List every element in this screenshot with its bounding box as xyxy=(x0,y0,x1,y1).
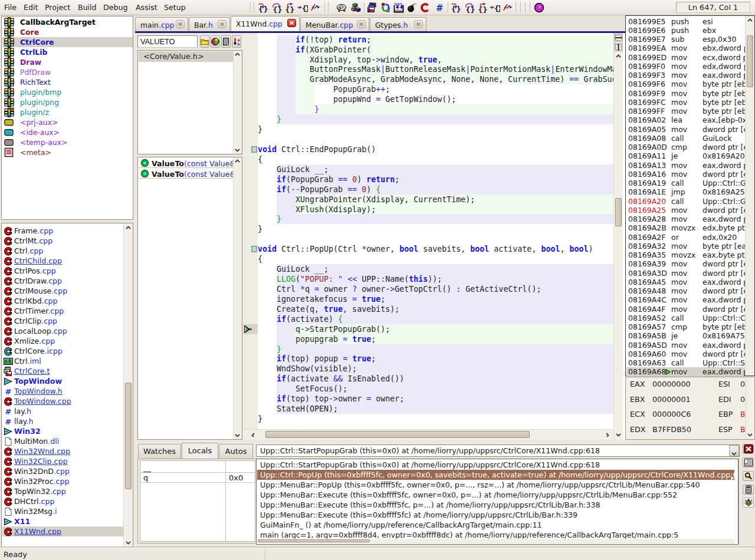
package-item-plugin-bmp[interactable]: plugin/bmp xyxy=(2,87,133,97)
scroll-down-arrow[interactable] xyxy=(124,539,133,546)
file-item-Win32DnD-cpp[interactable]: Win32DnD.cpp xyxy=(2,466,124,476)
file-item-CtrlTimer-cpp[interactable]: CtrlTimer.cpp xyxy=(2,306,124,316)
file-item-CtrlDraw-cpp[interactable]: CtrlDraw.cpp xyxy=(2,276,124,286)
disasm-row[interactable]: 081699FCmovbyte ptr [eb xyxy=(626,98,745,107)
run-to-icon[interactable]: {} xyxy=(490,2,500,13)
step-over-icon[interactable]: {} xyxy=(464,2,475,13)
scroll-up-arrow[interactable] xyxy=(614,52,623,60)
scroll-up-arrow[interactable] xyxy=(746,17,754,24)
bomb-icon[interactable] xyxy=(406,2,417,13)
scroll-thumb[interactable] xyxy=(747,35,753,87)
disasm-row[interactable]: 08169A16movdword ptr [e xyxy=(626,170,745,179)
scroll-right-arrow[interactable] xyxy=(603,431,612,439)
scroll-thumb[interactable] xyxy=(615,198,622,226)
assist-file-scrollbar[interactable] xyxy=(233,51,242,154)
scroll-up-arrow[interactable] xyxy=(233,51,242,58)
scroll-down-arrow[interactable] xyxy=(233,431,242,439)
package-item-RichText[interactable]: RichText xyxy=(2,77,133,87)
disasm-row[interactable]: 08169A39movdword ptr [e xyxy=(626,259,745,268)
scroll-thumb[interactable] xyxy=(258,539,370,542)
disasm-row[interactable]: 08169A57cmpbyte ptr [eb xyxy=(626,322,745,331)
disasm-row[interactable]: 08169A02leaeax,[ebp-0x xyxy=(626,116,745,124)
menu-build[interactable]: Build xyxy=(78,2,96,13)
file-item-Win32Msg-i[interactable]: Win32Msg.i xyxy=(2,506,124,516)
editor-vscrollbar[interactable] xyxy=(613,33,623,440)
disasm-row[interactable]: 08169A35movzxeax,byte ptr xyxy=(626,251,745,259)
tab-X11Wnd-cpp[interactable]: X11Wnd.cpp xyxy=(231,16,300,31)
tab-close-button[interactable] xyxy=(176,20,185,28)
disasm-row[interactable]: 08169A4Cmoveax,dword p xyxy=(626,295,745,304)
disasm-row[interactable]: 08169A1Ejmp0x8169A25 xyxy=(626,187,745,196)
file-item-Frame-cpp[interactable]: Frame.cpp xyxy=(2,226,124,236)
file-item-CtrlCore-t[interactable]: CtrlCore.t xyxy=(2,366,124,376)
step-out-icon[interactable]: {} xyxy=(284,2,295,13)
scroll-down-arrow[interactable] xyxy=(233,146,242,154)
folder-button[interactable] xyxy=(200,35,209,48)
file-item-DHCtrl-cpp[interactable]: DHCtrl.cpp xyxy=(2,496,124,506)
scroll-up-arrow[interactable] xyxy=(233,157,242,165)
stack-frame-item[interactable]: Upp::MenuBar::PopUp (this=0xbffff5fc, ow… xyxy=(257,480,736,490)
file-item-TopWindow-h[interactable]: #TopWindow.h xyxy=(2,386,124,396)
search-mag-button[interactable] xyxy=(743,471,754,481)
disasm-row[interactable]: 081699E6pushebx xyxy=(626,26,745,35)
package-item-CtrlLib[interactable]: CtrlLib xyxy=(2,47,133,57)
file-item-CtrlClip-cpp[interactable]: CtrlClip.cpp xyxy=(2,316,124,326)
stack-frame-item[interactable]: GuiMainFn_ () at /home/liorry/upp/refere… xyxy=(257,520,736,530)
split-vertical-button[interactable] xyxy=(614,43,623,51)
debugger-tab-locals[interactable]: Locals xyxy=(182,443,218,459)
disasm-row[interactable]: 081699F6movbyte ptr [eb xyxy=(626,80,745,88)
tab-MenuBar-cpp[interactable]: MenuBar.cpp xyxy=(300,17,369,31)
page-button[interactable] xyxy=(221,35,231,48)
registers-scrollbar[interactable] xyxy=(746,377,754,439)
stack-frame-item[interactable]: Upp::Ctrl::PopUp (this=0xbffff5fc, owner… xyxy=(257,470,736,480)
step-out-icon[interactable]: {} xyxy=(477,2,488,13)
tab-main-cpp[interactable]: main.cpp xyxy=(135,17,188,31)
assist-result-scrollbar[interactable] xyxy=(233,157,242,439)
file-list-scrollbar[interactable] xyxy=(123,223,133,547)
scroll-up-arrow[interactable] xyxy=(124,224,133,232)
file-item-X11[interactable]: X11 xyxy=(2,516,124,526)
menu-assist[interactable]: Assist xyxy=(136,2,157,13)
trace-icon[interactable] xyxy=(310,2,321,13)
refresh-icon[interactable] xyxy=(380,2,391,13)
disasm-row[interactable]: 08169A0Dcmpdword ptr [e xyxy=(626,143,745,151)
hash-blue-icon[interactable]: # xyxy=(434,2,445,13)
stack-dropdown-list[interactable]: Upp::Ctrl::StartPopupGrab (this=0x0) at … xyxy=(256,459,738,545)
disasm-row[interactable]: 08169A60movdword ptr [e xyxy=(626,350,745,358)
assist-file-list[interactable]: <Core/Value.h> xyxy=(137,50,242,154)
calendar-icon[interactable] xyxy=(393,2,404,13)
file-item-TopWindow-cpp[interactable]: TopWindow.cpp xyxy=(2,396,124,406)
disasm-row[interactable]: 081699F3moveax,dword p xyxy=(626,71,745,80)
assist-result-list[interactable]: ValueTo(const Value&ValueTo(const Value& xyxy=(137,157,242,440)
disasm-row[interactable]: 081699F9movbyte ptr [eb xyxy=(626,89,745,98)
disasm-row[interactable]: 081699E5pushesi xyxy=(626,17,745,26)
file-item-Win32Clip-cpp[interactable]: Win32Clip.cpp xyxy=(2,456,124,466)
local-variable-row[interactable]: __ xyxy=(140,463,255,473)
package-item-Core[interactable]: Core xyxy=(2,27,133,37)
file-item-CtrlMt-cpp[interactable]: CtrlMt.cpp xyxy=(2,236,124,246)
disasm-row[interactable]: 08169A28moveax,dword p xyxy=(626,215,745,223)
close-x-button[interactable] xyxy=(743,444,754,454)
step-into-icon[interactable]: {} xyxy=(258,2,268,13)
assist-result-item[interactable]: ValueTo(const Value& xyxy=(139,169,234,179)
package-item-CtrlCore[interactable]: CtrlCore xyxy=(2,37,133,47)
disasm-row[interactable]: 08169A2Foredx,0x20 xyxy=(626,233,745,242)
disasm-row[interactable]: 08169A05movdword ptr [e xyxy=(626,125,745,134)
disasm-row[interactable]: 08169A45moveax,dword p xyxy=(626,278,745,286)
disasm-scrollbar[interactable] xyxy=(745,16,754,375)
disasm-row[interactable]: 081699FFmovbyte ptr [eb xyxy=(626,107,745,116)
local-variable-row[interactable]: q0x0 xyxy=(140,473,255,483)
donut-icon[interactable] xyxy=(336,2,347,13)
tab-close-button[interactable] xyxy=(414,20,423,28)
stack-vscrollbar[interactable] xyxy=(734,460,737,540)
doc-list-button[interactable] xyxy=(743,457,754,467)
file-item-X11Wnd-cpp[interactable]: X11Wnd.cpp xyxy=(2,526,124,536)
disasm-row[interactable]: 08169A11je0x8169A20 xyxy=(626,151,745,160)
disasm-row[interactable]: 08169A68moveax,dword p xyxy=(626,367,745,376)
tab-close-button[interactable] xyxy=(287,19,296,27)
package-item--ide-aux-[interactable]: <ide-aux> xyxy=(2,127,133,137)
stack-frame-combo[interactable]: Upp::Ctrl::StartPopupGrab (this=0x0) at … xyxy=(256,444,740,457)
sort-az-button[interactable]: az xyxy=(232,35,241,48)
file-item-Win32[interactable]: Win32 xyxy=(2,426,124,436)
menu-debug[interactable]: Debug xyxy=(103,2,129,13)
